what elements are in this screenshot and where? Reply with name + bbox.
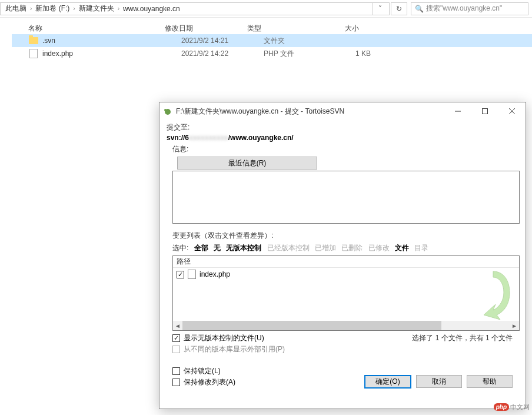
tortoise-icon bbox=[163, 107, 172, 116]
filter-label: 选中: bbox=[172, 244, 188, 252]
recent-messages-button[interactable]: 最近信息(R) bbox=[177, 157, 317, 170]
file-name: .svn bbox=[42, 36, 181, 45]
folder-icon bbox=[28, 35, 39, 46]
change-checkbox[interactable] bbox=[177, 271, 184, 278]
scroll-right-button[interactable]: ► bbox=[510, 321, 519, 330]
filter-modified[interactable]: 已修改 bbox=[368, 244, 390, 252]
show-externals-checkbox: 从不同的版本库显示外部引用(P) bbox=[172, 344, 285, 354]
file-size: 1 KB bbox=[328, 49, 375, 58]
maximize-button[interactable] bbox=[471, 102, 498, 120]
filter-none[interactable]: 无 bbox=[214, 244, 221, 252]
watermark-text: 中文网 bbox=[510, 403, 530, 411]
file-date: 2021/9/2 14:22 bbox=[181, 49, 264, 58]
filter-all[interactable]: 全部 bbox=[194, 244, 208, 252]
changes-label: 变更列表（双击文件查看差异）: bbox=[172, 231, 518, 241]
col-header-size[interactable]: 大小 bbox=[312, 24, 359, 34]
file-type: 文件夹 bbox=[264, 36, 328, 46]
col-header-name[interactable]: 名称 bbox=[12, 24, 165, 34]
chevron-right-icon: › bbox=[72, 5, 76, 12]
checkbox-icon bbox=[172, 346, 180, 353]
file-name: index.php bbox=[42, 49, 181, 58]
horizontal-scrollbar[interactable]: ◄ ► bbox=[173, 321, 519, 330]
message-label: 信息: bbox=[172, 144, 518, 154]
file-type: PHP 文件 bbox=[264, 49, 328, 59]
search-input[interactable]: 🔍 搜索"www.ouyangke.cn" bbox=[411, 2, 528, 15]
commit-dialog: F:\新建文件夹\www.ouyangke.cn - 提交 - Tortoise… bbox=[159, 102, 526, 409]
breadcrumb-item[interactable]: 新加卷 (F:) bbox=[33, 4, 72, 14]
ok-button[interactable]: 确定(O) bbox=[364, 375, 411, 389]
breadcrumb-item[interactable]: 新建文件夹 bbox=[77, 4, 117, 14]
filter-dirs[interactable]: 目录 bbox=[414, 244, 428, 252]
change-item[interactable]: index.php bbox=[173, 268, 519, 281]
keep-changelist-checkbox[interactable]: 保持修改列表(A) bbox=[172, 377, 364, 387]
watermark-badge: php bbox=[494, 403, 509, 411]
changes-list: 路径 index.php ◄ ► bbox=[172, 255, 520, 331]
change-filename: index.php bbox=[200, 270, 230, 278]
scroll-left-button[interactable]: ◄ bbox=[173, 321, 182, 330]
breadcrumb-item[interactable]: 此电脑 bbox=[3, 4, 29, 14]
keep-lock-checkbox[interactable]: 保持锁定(L) bbox=[172, 366, 364, 376]
dialog-title: F:\新建文件夹\www.ouyangke.cn - 提交 - Tortoise… bbox=[176, 107, 444, 117]
scroll-thumb[interactable] bbox=[182, 321, 441, 330]
breadcrumb-dropdown[interactable]: ˅ bbox=[373, 2, 387, 15]
watermark: php 中文网 bbox=[494, 403, 530, 411]
col-header-type[interactable]: 类型 bbox=[247, 24, 312, 34]
file-icon bbox=[188, 270, 196, 279]
svg-rect-3 bbox=[483, 109, 488, 114]
col-header-date[interactable]: 修改日期 bbox=[165, 24, 247, 34]
filter-files[interactable]: 文件 bbox=[395, 244, 409, 252]
commit-arrow-icon bbox=[473, 269, 513, 322]
selection-status: 选择了 1 个文件，共有 1 个文件 bbox=[412, 333, 513, 356]
breadcrumb-item[interactable]: www.ouyangke.cn bbox=[121, 5, 182, 13]
filter-versioned[interactable]: 已经版本控制 bbox=[267, 244, 310, 252]
refresh-button[interactable]: ↻ bbox=[391, 2, 407, 15]
file-list: 名称 修改日期 类型 大小 .svn 2021/9/2 14:21 文件夹 in… bbox=[0, 18, 532, 60]
file-icon bbox=[28, 48, 39, 59]
minimize-button[interactable] bbox=[444, 102, 471, 120]
explorer-address-bar: 此电脑 › 新加卷 (F:) › 新建文件夹 › www.ouyangke.cn… bbox=[0, 0, 532, 18]
checkbox-icon bbox=[172, 334, 180, 342]
svg-point-1 bbox=[164, 109, 167, 111]
checkbox-icon bbox=[172, 379, 180, 386]
help-button[interactable]: 帮助 bbox=[467, 375, 513, 388]
search-placeholder: 搜索"www.ouyangke.cn" bbox=[426, 4, 502, 14]
commit-message-input[interactable] bbox=[172, 171, 520, 224]
show-unversioned-checkbox[interactable]: 显示无版本控制的文件(U) bbox=[172, 333, 285, 343]
titlebar[interactable]: F:\新建文件夹\www.ouyangke.cn - 提交 - Tortoise… bbox=[159, 102, 526, 120]
search-icon: 🔍 bbox=[415, 5, 424, 13]
changes-header-path[interactable]: 路径 bbox=[173, 256, 519, 268]
filter-added[interactable]: 已增加 bbox=[315, 244, 336, 252]
file-row[interactable]: .svn 2021/9/2 14:21 文件夹 bbox=[12, 34, 532, 47]
close-button[interactable] bbox=[498, 102, 526, 120]
breadcrumb[interactable]: 此电脑 › 新加卷 (F:) › 新建文件夹 › www.ouyangke.cn… bbox=[0, 2, 390, 15]
checkbox-icon bbox=[172, 367, 180, 375]
file-row[interactable]: index.php 2021/9/2 14:22 PHP 文件 1 KB bbox=[12, 47, 532, 60]
file-date: 2021/9/2 14:21 bbox=[181, 36, 264, 45]
filter-row: 选中: 全部 无 无版本控制 已经版本控制 已增加 已删除 已修改 文件 目录 bbox=[172, 243, 518, 253]
commit-to-label: 提交至: bbox=[167, 122, 518, 132]
column-headers: 名称 修改日期 类型 大小 bbox=[12, 18, 532, 34]
chevron-right-icon: › bbox=[117, 5, 121, 12]
chevron-right-icon: › bbox=[29, 5, 33, 12]
svn-url: svn://6xxxxxxxxxx/www.ouyangke.cn/ bbox=[167, 134, 518, 142]
filter-unversioned[interactable]: 无版本控制 bbox=[226, 244, 261, 252]
filter-deleted[interactable]: 已删除 bbox=[341, 244, 363, 252]
cancel-button[interactable]: 取消 bbox=[416, 375, 462, 388]
